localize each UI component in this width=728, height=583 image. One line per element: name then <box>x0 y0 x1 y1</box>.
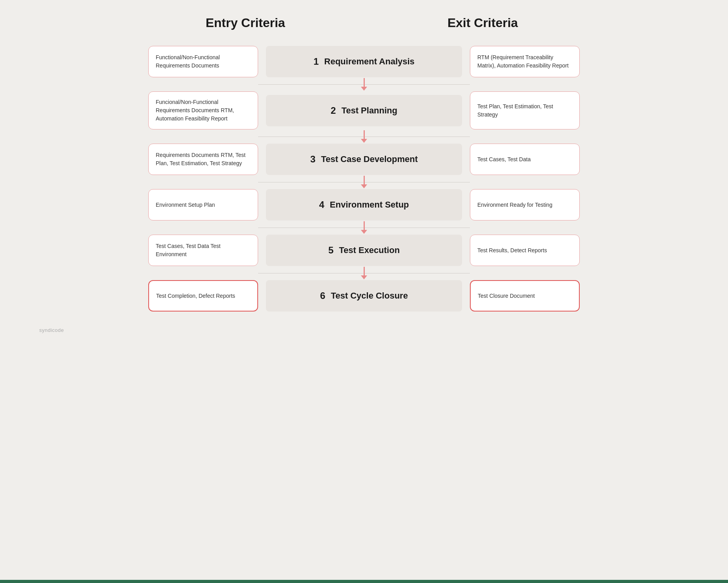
center-bar-5: 5Test Execution <box>266 235 462 266</box>
center-section-6: 6Test Cycle Closure <box>258 280 470 312</box>
exit-box-4: Environment Ready for Testing <box>470 189 580 220</box>
arrow-shaft <box>364 221 365 230</box>
step-label-2: Test Planning <box>341 106 397 116</box>
bottom-bar <box>0 580 728 583</box>
entry-box-4: Environment Setup Plan <box>148 189 258 220</box>
arrow-4 <box>361 221 367 234</box>
arrow-head <box>361 275 367 279</box>
arrow-row-1 <box>148 77 580 91</box>
exit-box-3: Test Cases, Test Data <box>470 144 580 175</box>
step-number-6: 6 <box>320 290 325 301</box>
step-number-5: 5 <box>328 245 333 256</box>
entry-box-6: Test Completion, Defect Reports <box>148 280 258 312</box>
step-row-6: Test Completion, Defect Reports6Test Cyc… <box>148 280 580 312</box>
arrow-head <box>361 139 367 143</box>
arrow-3 <box>361 176 367 188</box>
step-number-3: 3 <box>310 154 315 165</box>
arrow-row-4 <box>148 220 580 235</box>
step-row-1: Functional/Non-Functional Requirements D… <box>148 46 580 77</box>
entry-box-3: Requirements Documents RTM, Test Plan, T… <box>148 144 258 175</box>
branding-text: syndicode <box>39 327 64 333</box>
step-label-5: Test Execution <box>339 245 400 255</box>
step-label-4: Environment Setup <box>330 200 409 210</box>
exit-box-6: Test Closure Document <box>470 280 580 312</box>
arrow-shaft <box>364 176 365 184</box>
arrow-shaft <box>364 267 365 275</box>
arrow-shaft <box>364 78 365 87</box>
center-bar-2: 2Test Planning <box>266 95 462 126</box>
entry-box-1: Functional/Non-Functional Requirements D… <box>148 46 258 77</box>
exit-box-1: RTM (Requirement Traceability Matrix), A… <box>470 46 580 77</box>
step-label-1: Requirement Analysis <box>324 56 415 67</box>
exit-criteria-title: Exit Criteria <box>386 16 580 30</box>
step-row-5: Test Cases, Test Data Test Environment5T… <box>148 235 580 266</box>
step-number-4: 4 <box>319 199 324 210</box>
diagram-container: Functional/Non-Functional Requirements D… <box>148 46 580 312</box>
center-bar-3: 3Test Case Development <box>266 144 462 175</box>
arrow-head <box>361 230 367 234</box>
step-row-3: Requirements Documents RTM, Test Plan, T… <box>148 144 580 175</box>
arrow-head <box>361 184 367 188</box>
center-section-5: 5Test Execution <box>258 235 470 266</box>
arrow-row-5 <box>148 266 580 280</box>
step-row-4: Environment Setup Plan4Environment Setup… <box>148 189 580 220</box>
arrow-head <box>361 87 367 91</box>
arrow-5 <box>361 267 367 279</box>
arrow-1 <box>361 78 367 91</box>
entry-box-5: Test Cases, Test Data Test Environment <box>148 235 258 266</box>
header: Entry Criteria Exit Criteria <box>148 16 580 30</box>
exit-box-5: Test Results, Detect Reports <box>470 235 580 266</box>
entry-box-2: Funcional/Non-Functional Requirements Do… <box>148 91 258 129</box>
center-bar-4: 4Environment Setup <box>266 189 462 220</box>
arrow-row-2 <box>148 129 580 144</box>
entry-criteria-title: Entry Criteria <box>148 16 342 30</box>
center-bar-1: 1Requirement Analysis <box>266 46 462 77</box>
step-number-2: 2 <box>331 105 336 116</box>
center-section-3: 3Test Case Development <box>258 144 470 175</box>
center-section-2: 2Test Planning <box>258 91 470 129</box>
center-section-4: 4Environment Setup <box>258 189 470 220</box>
arrow-shaft <box>364 130 365 139</box>
center-bar-6: 6Test Cycle Closure <box>266 280 462 312</box>
step-row-2: Funcional/Non-Functional Requirements Do… <box>148 91 580 129</box>
step-label-3: Test Case Development <box>321 154 418 164</box>
center-section-1: 1Requirement Analysis <box>258 46 470 77</box>
arrow-2 <box>361 130 367 143</box>
exit-box-2: Test Plan, Test Estimation, Test Strateg… <box>470 91 580 129</box>
step-label-6: Test Cycle Closure <box>331 291 408 301</box>
step-number-1: 1 <box>313 56 318 67</box>
arrow-row-3 <box>148 175 580 189</box>
